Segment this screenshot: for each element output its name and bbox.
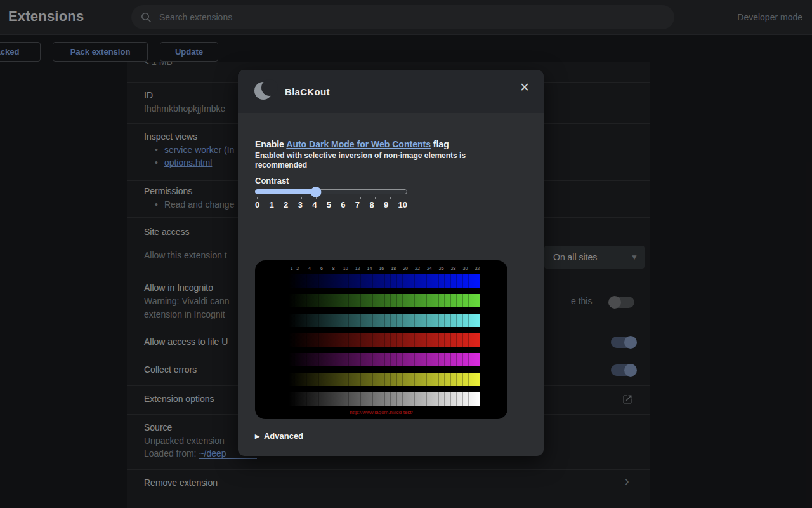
slider-tick (272, 197, 272, 199)
contrast-slider[interactable] (255, 189, 407, 194)
blackout-dialog: BlaCKout ✕ Enable Auto Dark Mode for Web… (238, 70, 544, 456)
test-image-column-label: 8 (332, 266, 335, 271)
slider-tick (301, 197, 302, 199)
slider-number: 5 (327, 200, 331, 210)
test-bar-blue (289, 274, 480, 288)
test-image-column-label: 24 (427, 266, 432, 271)
test-bar-yellow (289, 373, 480, 386)
extensions-page: Extensions Developer mode acked Pack ext… (0, 0, 812, 508)
slider-number: 0 (255, 200, 259, 210)
test-bar-red (289, 333, 480, 347)
test-image-column-label: 22 (415, 266, 420, 271)
slider-number: 9 (384, 200, 388, 210)
description-line1: Enabled with selective inversion of non-… (255, 151, 466, 160)
advanced-label: Advanced (264, 431, 303, 441)
test-image-column-label: 26 (439, 266, 444, 271)
test-image-column-label: 16 (379, 266, 384, 271)
test-image-column-label: 18 (391, 266, 396, 271)
test-image-column-label: 1 (291, 266, 293, 271)
moon-icon (254, 82, 273, 101)
lagom-test-image: 12468101214161820222426283032 http://www… (255, 260, 508, 419)
slider-number-labels: 012345678910 (255, 200, 407, 210)
slider-tick (375, 197, 376, 199)
enable-prefix: Enable (255, 139, 286, 149)
slider-number: 2 (284, 200, 288, 210)
slider-tick (360, 197, 361, 199)
test-bar-white (289, 392, 480, 406)
enable-flag-line: Enable Auto Dark Mode for Web Contents f… (255, 139, 449, 149)
test-image-column-label: 28 (451, 266, 456, 271)
slider-number: 7 (355, 200, 360, 210)
test-image-column-label: 6 (320, 266, 323, 271)
test-image-column-label: 14 (367, 266, 372, 271)
slider-tick (405, 197, 405, 199)
contrast-slider-fill (255, 189, 315, 194)
slider-number: 6 (341, 200, 345, 210)
dialog-title: BlaCKout (285, 86, 330, 97)
slider-number: 3 (298, 200, 303, 210)
description-line2: recommended (255, 161, 307, 170)
advanced-toggle[interactable]: ▶Advanced (255, 431, 303, 441)
lagom-url-text: http://www.lagom.nl/lcd-test/ (255, 410, 508, 415)
dialog-header: BlaCKout ✕ (238, 70, 544, 113)
slider-ticks (257, 197, 405, 199)
slider-number: 4 (312, 200, 317, 210)
slider-tick (257, 197, 258, 199)
dialog-body: Enable Auto Dark Mode for Web Contents f… (255, 113, 527, 456)
test-image-column-label: 2 (296, 266, 299, 271)
slider-number: 10 (398, 200, 407, 210)
test-image-column-label: 20 (403, 266, 408, 271)
slider-tick (287, 197, 287, 199)
test-image-column-label: 4 (308, 266, 311, 271)
test-image-column-label: 32 (475, 266, 480, 271)
close-icon[interactable]: ✕ (516, 76, 534, 98)
test-image-column-label: 30 (463, 266, 468, 271)
contrast-slider-thumb[interactable] (311, 187, 322, 197)
test-image-column-label: 10 (343, 266, 348, 271)
test-bar-cyan (289, 314, 480, 327)
test-bar-magenta (289, 353, 480, 366)
slider-tick (346, 197, 346, 199)
slider-tick (331, 197, 331, 199)
contrast-label: Contrast (255, 176, 289, 185)
triangle-right-icon: ▶ (255, 433, 259, 439)
slider-tick (316, 197, 317, 199)
enable-suffix: flag (431, 139, 449, 149)
test-image-column-label: 12 (355, 266, 360, 271)
test-bar-green (289, 294, 480, 307)
slider-number: 1 (270, 200, 274, 210)
slider-number: 8 (369, 200, 374, 210)
slider-tick (390, 197, 391, 199)
auto-dark-mode-flag-link[interactable]: Auto Dark Mode for Web Contents (286, 139, 431, 149)
